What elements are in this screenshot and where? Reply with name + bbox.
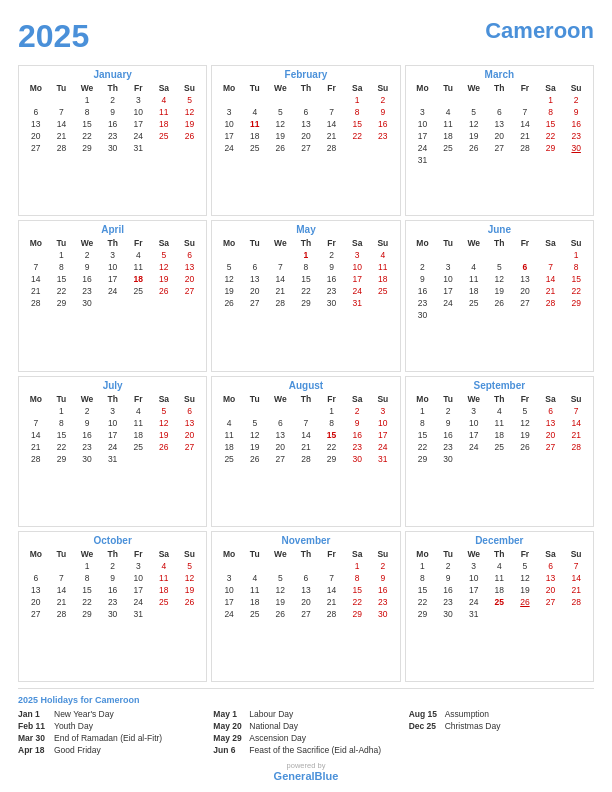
day-cell: 13 [177, 417, 203, 429]
day-cell: 16 [74, 273, 100, 285]
day-cell: 4 [242, 106, 268, 118]
day-header: Th [293, 237, 319, 249]
cal-table: MoTuWeThFrSaSu12345678910111213141516171… [23, 82, 202, 154]
holiday-date: Mar 30 [18, 733, 50, 743]
cal-table: MoTuWeThFrSaSu12345678910111213141516171… [23, 393, 202, 465]
day-cell: 19 [268, 596, 294, 608]
holiday-item: Feb 11Youth Day [18, 721, 203, 731]
day-cell: 1 [74, 560, 100, 572]
day-cell: 11 [435, 118, 461, 130]
day-header: Su [370, 548, 396, 560]
day-header: Fr [512, 548, 538, 560]
day-cell: 23 [563, 130, 589, 142]
day-cell [23, 249, 49, 261]
day-cell: 18 [125, 429, 151, 441]
day-cell: 27 [177, 441, 203, 453]
day-cell: 9 [435, 572, 461, 584]
day-cell [125, 297, 151, 309]
day-cell: 24 [216, 608, 242, 620]
day-cell: 22 [538, 130, 564, 142]
day-cell [486, 309, 512, 321]
day-header: Mo [216, 393, 242, 405]
day-cell [461, 154, 487, 166]
day-cell [293, 560, 319, 572]
day-header: Fr [125, 82, 151, 94]
day-cell: 18 [242, 596, 268, 608]
day-header: Tu [49, 548, 75, 560]
day-cell: 8 [293, 261, 319, 273]
day-cell: 4 [216, 417, 242, 429]
day-cell: 22 [563, 285, 589, 297]
day-cell: 4 [125, 249, 151, 261]
day-cell: 13 [268, 429, 294, 441]
day-cell: 3 [100, 249, 126, 261]
day-cell [461, 453, 487, 465]
day-cell: 15 [74, 584, 100, 596]
day-cell: 27 [23, 608, 49, 620]
cal-table: MoTuWeThFrSaSu12345678910111213141516171… [410, 237, 589, 321]
day-cell: 18 [151, 118, 177, 130]
day-cell: 7 [563, 405, 589, 417]
day-cell: 26 [177, 130, 203, 142]
country: Cameroon [485, 18, 594, 44]
day-cell: 8 [538, 106, 564, 118]
day-cell: 21 [49, 596, 75, 608]
day-cell: 17 [461, 584, 487, 596]
month-block: JanuaryMoTuWeThFrSaSu1234567891011121314… [18, 65, 207, 216]
footer: powered by GeneralBlue [18, 761, 594, 782]
day-cell [512, 249, 538, 261]
day-cell: 17 [125, 584, 151, 596]
day-cell: 10 [461, 572, 487, 584]
day-header: Su [370, 393, 396, 405]
holiday-name: Ascension Day [249, 733, 306, 743]
day-cell: 15 [49, 429, 75, 441]
day-cell: 25 [461, 297, 487, 309]
day-cell: 27 [538, 441, 564, 453]
day-header: Fr [319, 393, 345, 405]
day-cell: 5 [512, 405, 538, 417]
day-header: Su [370, 82, 396, 94]
day-cell [486, 94, 512, 106]
holiday-name: Christmas Day [445, 721, 501, 731]
day-cell: 8 [49, 261, 75, 273]
day-cell: 12 [242, 429, 268, 441]
day-cell: 9 [370, 572, 396, 584]
holiday-date: Jan 1 [18, 709, 50, 719]
day-cell: 31 [125, 142, 151, 154]
day-cell: 3 [216, 106, 242, 118]
day-cell: 9 [100, 106, 126, 118]
day-cell: 22 [410, 441, 436, 453]
day-cell: 13 [23, 584, 49, 596]
day-cell: 12 [512, 572, 538, 584]
day-cell: 26 [486, 297, 512, 309]
cal-table: MoTuWeThFrSaSu12345678910111213141516171… [410, 548, 589, 620]
day-cell: 13 [293, 584, 319, 596]
day-cell: 8 [74, 572, 100, 584]
day-cell: 2 [435, 560, 461, 572]
day-cell: 12 [461, 118, 487, 130]
day-header: Sa [151, 237, 177, 249]
day-cell: 11 [242, 118, 268, 130]
day-cell: 11 [216, 429, 242, 441]
day-cell: 24 [125, 596, 151, 608]
day-cell: 9 [74, 417, 100, 429]
day-cell: 24 [410, 142, 436, 154]
day-cell: 5 [461, 106, 487, 118]
day-cell [177, 453, 203, 465]
holiday-name: End of Ramadan (Eid al-Fitr) [54, 733, 162, 743]
day-cell: 1 [49, 249, 75, 261]
footer-powered: powered by [18, 761, 594, 770]
day-cell: 1 [344, 94, 370, 106]
day-cell: 16 [410, 285, 436, 297]
day-cell: 3 [125, 94, 151, 106]
day-cell: 26 [177, 596, 203, 608]
day-cell: 24 [461, 596, 487, 608]
day-cell: 23 [370, 130, 396, 142]
day-cell [319, 94, 345, 106]
holiday-name: Good Friday [54, 745, 101, 755]
day-cell: 30 [100, 142, 126, 154]
day-cell: 14 [563, 417, 589, 429]
day-cell: 15 [49, 273, 75, 285]
day-cell: 26 [268, 608, 294, 620]
day-cell [435, 94, 461, 106]
